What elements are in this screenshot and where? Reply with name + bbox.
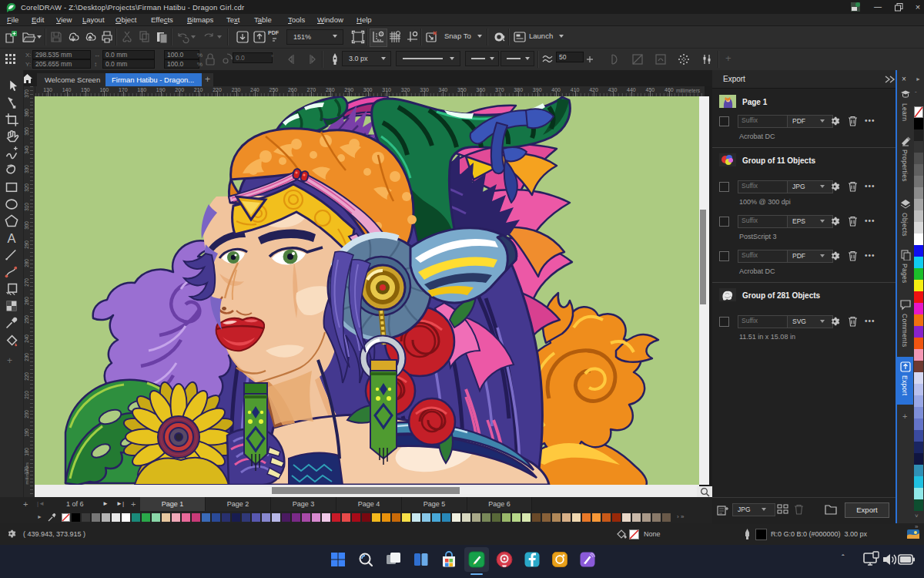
svg-text:A: A (8, 231, 16, 245)
